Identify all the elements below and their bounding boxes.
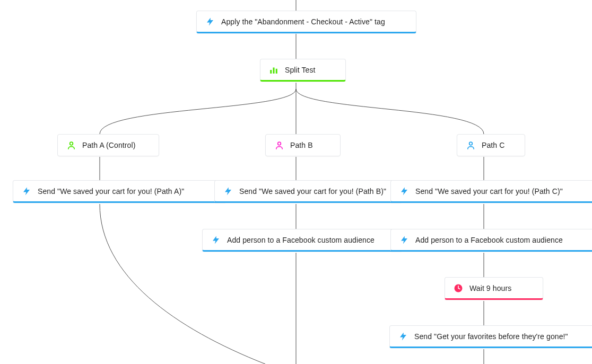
node-label: Apply the "Abandonment - Checkout - Acti…	[221, 17, 385, 26]
bolt-icon	[22, 187, 31, 196]
node-label: Path C	[482, 141, 504, 149]
svg-point-17	[277, 142, 281, 145]
node-label: Send "We saved your cart for you! (Path …	[38, 187, 184, 196]
bolt-icon	[205, 17, 215, 26]
path-c-node[interactable]: Path C	[457, 134, 525, 156]
node-label: Send "Get your favorites before they're …	[414, 332, 568, 341]
person-icon	[66, 140, 76, 150]
split-test-node[interactable]: Split Test	[260, 59, 346, 82]
action-facebook-audience-b[interactable]: Add person to a Facebook custom audience	[202, 229, 402, 252]
svg-point-16	[69, 142, 73, 145]
action-facebook-audience-c[interactable]: Add person to a Facebook custom audience	[390, 229, 592, 252]
action-apply-tag[interactable]: Apply the "Abandonment - Checkout - Acti…	[196, 11, 416, 33]
svg-rect-13	[270, 70, 272, 74]
wait-node[interactable]: Wait 9 hours	[445, 277, 543, 300]
person-icon	[466, 140, 475, 150]
node-label: Add person to a Facebook custom audience	[415, 236, 563, 244]
bolt-icon	[399, 235, 409, 245]
clock-icon	[454, 283, 463, 293]
path-b-node[interactable]: Path B	[265, 134, 341, 156]
svg-rect-15	[276, 69, 277, 74]
path-a-node[interactable]: Path A (Control)	[57, 134, 159, 156]
node-label: Path B	[290, 141, 313, 149]
bolt-icon	[399, 187, 409, 196]
bolt-icon	[398, 332, 408, 341]
action-send-path-a[interactable]: Send "We saved your cart for you! (Path …	[13, 180, 227, 203]
node-label: Send "We saved your cart for you! (Path …	[239, 187, 386, 196]
action-send-path-c[interactable]: Send "We saved your cart for you! (Path …	[390, 180, 592, 203]
svg-point-18	[469, 142, 472, 145]
action-send-favorites[interactable]: Send "Get your favorites before they're …	[389, 325, 592, 348]
node-label: Wait 9 hours	[469, 284, 511, 292]
node-label: Path A (Control)	[82, 141, 135, 149]
node-label: Split Test	[285, 66, 316, 74]
person-icon	[274, 140, 284, 150]
svg-rect-14	[273, 68, 275, 74]
node-label: Add person to a Facebook custom audience	[227, 236, 375, 244]
node-label: Send "We saved your cart for you! (Path …	[415, 187, 563, 196]
bolt-icon	[211, 235, 221, 245]
bolt-icon	[223, 187, 233, 196]
action-send-path-b[interactable]: Send "We saved your cart for you! (Path …	[214, 180, 402, 203]
bar-chart-icon	[269, 65, 278, 75]
